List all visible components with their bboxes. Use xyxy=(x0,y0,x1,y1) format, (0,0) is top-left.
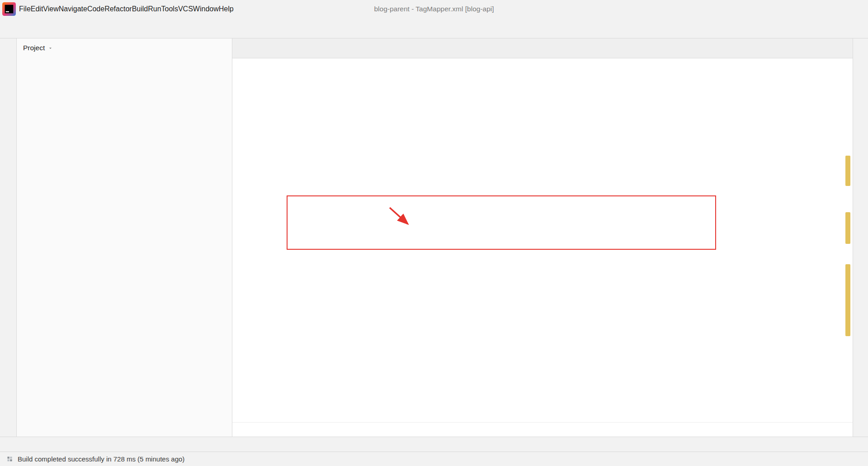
menu-build[interactable]: Build xyxy=(132,5,148,13)
intellij-logo-icon xyxy=(2,2,16,16)
menu-view[interactable]: View xyxy=(43,5,58,13)
title-bar: FileEditViewNavigateCodeRefactorBuildRun… xyxy=(0,0,868,18)
menu-run[interactable]: Run xyxy=(148,5,161,13)
editor xyxy=(232,38,853,437)
status-bar: Build completed successfully in 728 ms (… xyxy=(0,452,868,466)
annotation-rectangle xyxy=(287,195,716,250)
status-message: Build completed successfully in 728 ms (… xyxy=(18,455,184,463)
idea-window: FileEditViewNavigateCodeRefactorBuildRun… xyxy=(0,0,868,466)
annotation-arrow-icon xyxy=(382,202,427,234)
left-tool-stripe xyxy=(0,38,17,437)
menu-bar: FileEditViewNavigateCodeRefactorBuildRun… xyxy=(19,0,234,18)
editor-breadcrumbs xyxy=(232,422,853,437)
project-panel-header: Project xyxy=(17,38,232,57)
navigation-bar xyxy=(0,18,868,38)
tool-window-bar xyxy=(0,437,868,452)
right-tool-stripe xyxy=(853,38,868,437)
menu-tools[interactable]: Tools xyxy=(161,5,178,13)
scrollbar-highlight-mark xyxy=(845,264,850,336)
toolwindow-switcher-icon[interactable] xyxy=(6,456,13,462)
main-area: Project xyxy=(0,38,868,437)
menu-vcs[interactable]: VCS xyxy=(178,5,193,13)
code-area[interactable] xyxy=(232,58,853,422)
chevron-down-icon[interactable] xyxy=(48,46,53,51)
menu-file[interactable]: File xyxy=(19,5,31,13)
menu-help[interactable]: Help xyxy=(219,5,234,13)
project-panel-title[interactable]: Project xyxy=(23,44,45,52)
menu-edit[interactable]: Edit xyxy=(31,5,43,13)
inspections-widget[interactable] xyxy=(832,62,837,64)
menu-code[interactable]: Code xyxy=(87,5,104,13)
project-tool-window: Project xyxy=(17,38,232,437)
scrollbar-highlight-mark xyxy=(845,212,850,244)
menu-window[interactable]: Window xyxy=(193,5,219,13)
status-message-group: Build completed successfully in 728 ms (… xyxy=(6,455,184,463)
project-tree xyxy=(17,57,232,437)
scrollbar-highlight-mark xyxy=(845,156,850,186)
menu-navigate[interactable]: Navigate xyxy=(59,5,87,13)
menu-refactor[interactable]: Refactor xyxy=(104,5,132,13)
editor-tabs xyxy=(232,38,853,58)
